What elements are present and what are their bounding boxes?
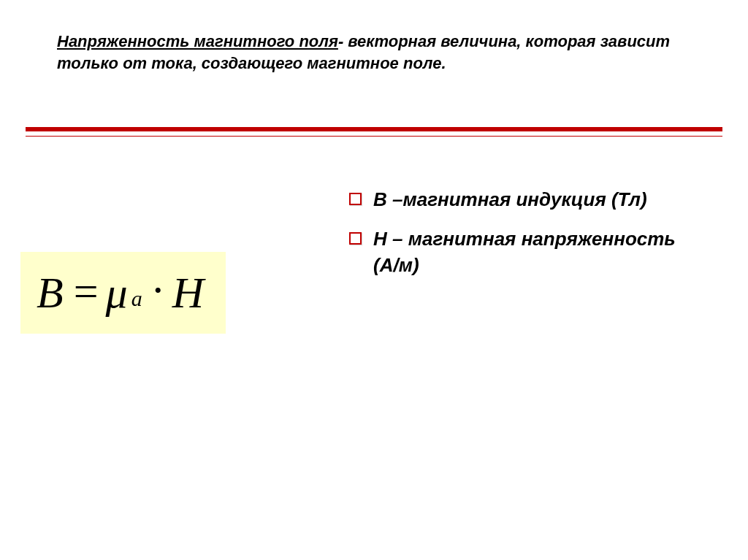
list-item: B –магнитная индукция (Тл) [349, 187, 700, 213]
bullet-text: B –магнитная индукция (Тл) [373, 187, 647, 213]
title-underlined: Напряженность магнитного поля [57, 32, 338, 50]
slide: Напряженность магнитного поля- векторная… [0, 0, 748, 560]
formula-box: B = μ a · H [20, 252, 226, 334]
formula-equals: = [74, 266, 99, 317]
bullet-square-icon [349, 193, 362, 205]
divider-thin [26, 136, 722, 137]
title-text: Напряженность магнитного поля- векторная… [57, 31, 692, 74]
bullet-square-icon [349, 232, 362, 245]
formula-mu: μ [106, 268, 128, 318]
formula-lhs: B [37, 268, 64, 318]
list-item: H – магнитная напряженность (А/м) [349, 226, 700, 279]
formula-dot: · [153, 265, 164, 315]
bullet-text: H – магнитная напряженность (А/м) [373, 226, 700, 279]
formula-rhs: H [172, 268, 204, 318]
divider-thick [26, 127, 722, 131]
formula-subscript: a [131, 286, 142, 311]
bullet-list: B –магнитная индукция (Тл) H – магнитная… [349, 187, 700, 292]
